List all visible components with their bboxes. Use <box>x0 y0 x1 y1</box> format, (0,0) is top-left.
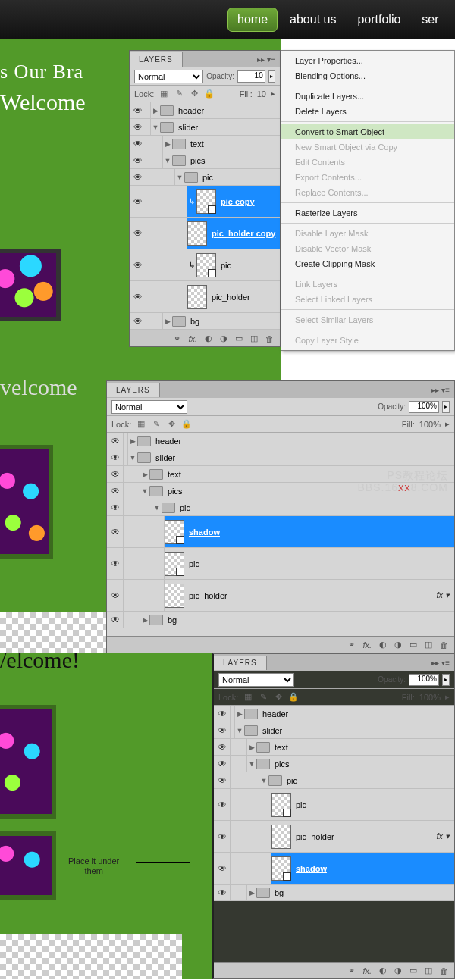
new-layer-icon[interactable]: ◫ <box>250 333 258 343</box>
expand-icon[interactable]: ▶ <box>140 471 149 478</box>
new-group-icon[interactable]: ▭ <box>410 640 417 650</box>
expand-icon[interactable]: ▼ <box>152 504 162 512</box>
layer-row[interactable]: 👁▼slider <box>107 449 454 466</box>
fill-input[interactable]: 100% <box>419 693 441 702</box>
expand-icon[interactable]: ▶ <box>140 616 149 624</box>
layer-row[interactable]: 👁↳pic <box>130 249 280 281</box>
layer-name[interactable]: pic <box>282 776 297 785</box>
menu-item[interactable]: Convert to Smart Object <box>281 124 454 139</box>
lock-move-icon[interactable]: ✥ <box>189 89 199 99</box>
layer-name[interactable]: pic_holder copy <box>207 229 275 238</box>
lock-transparent-icon[interactable]: ▦ <box>158 89 169 99</box>
layer-name[interactable]: pic <box>198 173 213 182</box>
menu-item[interactable]: Create Clipping Mask <box>281 256 454 271</box>
opacity-input[interactable]: 100% <box>409 674 439 686</box>
lock-move-icon[interactable]: ✥ <box>273 692 284 703</box>
fx-icon[interactable]: fx. <box>188 334 197 343</box>
layer-row[interactable]: 👁▼slider <box>130 119 280 136</box>
expand-icon[interactable]: ▶ <box>163 140 172 148</box>
delete-icon[interactable]: 🗑 <box>265 334 274 343</box>
fx-badge[interactable]: fx ▾ <box>436 590 450 600</box>
layer-row[interactable]: 👁▼pics <box>214 756 454 772</box>
layer-row[interactable]: 👁▶text <box>214 739 454 756</box>
opacity-arrow-icon[interactable]: ▸ <box>442 674 450 686</box>
fx-icon[interactable]: fx. <box>362 640 372 650</box>
mask-icon[interactable]: ◐ <box>205 333 212 343</box>
delete-icon[interactable]: 🗑 <box>440 966 448 975</box>
expand-icon[interactable]: ▶ <box>247 744 256 751</box>
visibility-icon[interactable]: 👁 <box>130 152 146 168</box>
layer-row[interactable]: 👁▼pics <box>130 152 280 169</box>
layer-row[interactable]: 👁pic <box>214 789 454 821</box>
visibility-icon[interactable]: 👁 <box>107 548 124 579</box>
new-group-icon[interactable]: ▭ <box>410 966 417 975</box>
layer-name[interactable]: header <box>174 106 204 115</box>
visibility-icon[interactable]: 👁 <box>107 516 124 547</box>
layer-row[interactable]: 👁▶header <box>130 102 280 119</box>
layer-name[interactable]: shadow <box>184 528 220 537</box>
layer-row[interactable]: 👁▶header <box>107 433 454 449</box>
expand-icon[interactable]: ▶ <box>151 107 160 114</box>
layer-row[interactable]: 👁▶text <box>130 136 280 152</box>
layer-name[interactable]: pic copy <box>216 197 255 206</box>
link-icon[interactable]: ⚭ <box>174 333 180 343</box>
expand-icon[interactable]: ▼ <box>140 487 149 495</box>
layers-tab[interactable]: LAYERS <box>130 52 183 67</box>
layer-name[interactable]: slider <box>258 726 282 735</box>
menu-item[interactable]: Layer Properties... <box>281 53 454 68</box>
layer-row[interactable]: 👁▼pic <box>130 169 280 186</box>
visibility-icon[interactable]: 👁 <box>107 466 124 482</box>
layer-thumbnail[interactable] <box>271 825 291 849</box>
expand-icon[interactable]: ▶ <box>128 437 137 445</box>
lock-all-icon[interactable]: 🔒 <box>288 692 299 703</box>
delete-icon[interactable]: 🗑 <box>440 640 448 650</box>
fill-input[interactable]: 100% <box>419 420 441 429</box>
mask-icon[interactable]: ◐ <box>379 640 387 650</box>
visibility-icon[interactable]: 👁 <box>107 449 124 465</box>
lock-transparent-icon[interactable]: ▦ <box>243 692 253 703</box>
layer-row[interactable]: 👁shadow <box>214 853 454 885</box>
fill-arrow-icon[interactable]: ▸ <box>445 692 450 702</box>
panel-menu-icon[interactable]: ▸▸ ▾≡ <box>427 656 454 670</box>
fill-arrow-icon[interactable]: ▸ <box>271 89 275 99</box>
visibility-icon[interactable]: 👁 <box>214 821 231 852</box>
layer-name[interactable]: header <box>151 437 181 446</box>
lock-transparent-icon[interactable]: ▦ <box>136 419 146 430</box>
opacity-arrow-icon[interactable]: ▸ <box>268 70 275 83</box>
visibility-icon[interactable]: 👁 <box>214 739 231 755</box>
layer-thumbnail[interactable] <box>196 253 216 277</box>
layer-row[interactable]: 👁pic_holder <box>130 281 280 313</box>
visibility-icon[interactable]: 👁 <box>130 136 146 152</box>
visibility-icon[interactable]: 👁 <box>214 756 231 772</box>
expand-icon[interactable]: ▼ <box>259 777 268 784</box>
layer-name[interactable]: bg <box>186 317 199 326</box>
layer-name[interactable]: pic_holder <box>184 591 228 600</box>
layer-name[interactable]: bg <box>270 888 284 897</box>
mask-icon[interactable]: ◐ <box>379 966 387 975</box>
layer-name[interactable]: pic <box>216 261 231 270</box>
panel-menu-icon[interactable]: ▸▸ ▾≡ <box>427 383 454 397</box>
menu-item[interactable]: Duplicate Layers... <box>281 89 454 104</box>
visibility-icon[interactable]: 👁 <box>130 313 146 329</box>
visibility-icon[interactable]: 👁 <box>107 433 124 449</box>
nav-item-portfolio[interactable]: portfolio <box>348 8 410 31</box>
adjust-icon[interactable]: ◑ <box>220 333 228 343</box>
blend-mode-select[interactable]: Normal <box>111 400 187 414</box>
opacity-input[interactable]: 10 <box>237 70 265 83</box>
layers-tab[interactable]: LAYERS <box>214 656 267 670</box>
adjust-icon[interactable]: ◑ <box>394 966 402 975</box>
visibility-icon[interactable]: 👁 <box>130 281 146 312</box>
layer-thumbnail[interactable] <box>196 189 216 214</box>
visibility-icon[interactable]: 👁 <box>130 169 146 185</box>
menu-item[interactable]: Rasterize Layers <box>281 205 454 221</box>
layer-row[interactable]: 👁pic_holderfx ▾ <box>107 580 454 612</box>
layer-name[interactable]: pic_holder <box>291 832 334 841</box>
layer-name[interactable]: pics <box>186 156 206 165</box>
layer-name[interactable]: shadow <box>291 864 327 873</box>
layer-row[interactable]: 👁▼pic <box>107 499 454 516</box>
fx-icon[interactable]: fx. <box>362 966 372 975</box>
layer-name[interactable]: bg <box>163 615 177 625</box>
layer-name[interactable]: slider <box>174 123 198 132</box>
lock-all-icon[interactable]: 🔒 <box>204 89 215 99</box>
visibility-icon[interactable]: 👁 <box>214 722 231 738</box>
